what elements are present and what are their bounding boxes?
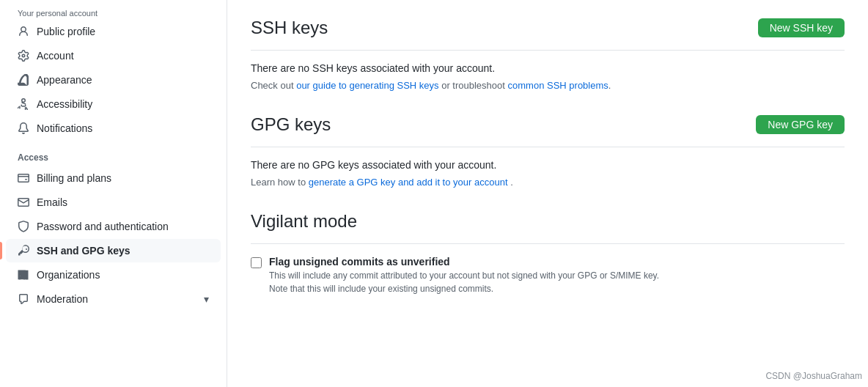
shield-icon	[18, 221, 29, 232]
org-icon	[18, 269, 29, 281]
vigilant-checkbox-label[interactable]: Flag unsigned commits as unverified	[269, 256, 450, 268]
sidebar-item-billing[interactable]: Billing and plans	[6, 166, 221, 190]
ssh-help-prefix: Check out	[251, 80, 296, 91]
sidebar-item-label: Notifications	[37, 122, 92, 134]
ssh-help-suffix: .	[608, 80, 611, 91]
vigilant-mode-section: Vigilant mode Flag unsigned commits as u…	[251, 211, 845, 294]
main-content: SSH keys New SSH key There are no SSH ke…	[227, 0, 868, 387]
sidebar-item-label: Organizations	[37, 269, 100, 281]
gear-icon	[18, 50, 29, 62]
chevron-down-icon: ▾	[204, 293, 209, 305]
gpg-guide-link[interactable]: generate a GPG key and add it to your ac…	[309, 177, 508, 188]
sidebar-item-public-profile[interactable]: Public profile	[6, 20, 221, 43]
ssh-problems-link[interactable]: common SSH problems	[508, 80, 608, 91]
sidebar-item-label: Moderation	[37, 293, 88, 305]
watermark: CSDN @JoshuaGraham	[765, 371, 862, 381]
sidebar-section-access: Access	[0, 141, 227, 166]
sidebar-item-label: SSH and GPG keys	[37, 245, 130, 257]
vigilant-checkbox-desc2: Note that this will include your existin…	[269, 284, 659, 294]
sidebar-item-emails[interactable]: Emails	[6, 191, 221, 214]
vigilant-mode-header: Vigilant mode	[251, 211, 845, 244]
ssh-guide-link[interactable]: our guide to generating SSH keys	[296, 80, 438, 91]
new-ssh-key-button[interactable]: New SSH key	[758, 18, 845, 37]
sidebar-item-label: Appearance	[37, 74, 92, 86]
sidebar-item-label: Password and authentication	[37, 221, 169, 232]
sidebar-item-accessibility[interactable]: Accessibility	[6, 92, 221, 116]
sidebar: Your personal account Public profile Acc…	[0, 0, 227, 387]
sidebar-top-label: Your personal account	[0, 6, 227, 19]
key-icon	[18, 245, 29, 257]
gpg-keys-header: GPG keys New GPG key	[251, 114, 845, 147]
sidebar-item-appearance[interactable]: Appearance	[6, 68, 221, 92]
new-gpg-key-button[interactable]: New GPG key	[756, 115, 845, 134]
gpg-empty-text: There are no GPG keys associated with yo…	[251, 159, 845, 171]
vigilant-checkbox-content: Flag unsigned commits as unverified This…	[269, 256, 659, 294]
gpg-keys-section: GPG keys New GPG key There are no GPG ke…	[251, 114, 845, 188]
paintbrush-icon	[18, 74, 29, 86]
ssh-empty-text: There are no SSH keys associated with yo…	[251, 62, 845, 74]
moderation-icon	[18, 293, 29, 305]
sidebar-item-label: Billing and plans	[37, 172, 111, 184]
bell-icon	[18, 122, 29, 134]
sidebar-item-label: Public profile	[37, 26, 95, 37]
ssh-keys-section: SSH keys New SSH key There are no SSH ke…	[251, 18, 845, 91]
sidebar-item-notifications[interactable]: Notifications	[6, 117, 221, 140]
vigilant-mode-checkbox[interactable]	[251, 257, 262, 268]
gpg-help-prefix: Learn how to	[251, 177, 309, 188]
vigilant-checkbox-desc1: This will include any commit attributed …	[269, 270, 659, 281]
sidebar-item-label: Emails	[37, 196, 67, 208]
sidebar-item-ssh-gpg[interactable]: SSH and GPG keys	[6, 239, 221, 262]
mail-icon	[18, 196, 29, 208]
sidebar-item-moderation[interactable]: Moderation ▾	[6, 287, 221, 311]
gpg-help-suffix: .	[508, 177, 513, 188]
gpg-help-text: Learn how to generate a GPG key and add …	[251, 177, 845, 188]
ssh-help-text: Check out our guide to generating SSH ke…	[251, 80, 845, 91]
sidebar-item-password-auth[interactable]: Password and authentication	[6, 215, 221, 238]
sidebar-item-label: Account	[37, 50, 74, 62]
sidebar-item-organizations[interactable]: Organizations	[6, 263, 221, 287]
sidebar-item-label: Accessibility	[37, 98, 92, 110]
gpg-keys-title: GPG keys	[251, 114, 331, 135]
ssh-help-middle: or troubleshoot	[439, 80, 508, 91]
person-icon	[18, 26, 29, 37]
accessibility-icon	[18, 98, 29, 110]
credit-card-icon	[18, 172, 29, 184]
vigilant-mode-title: Vigilant mode	[251, 211, 357, 232]
vigilant-checkbox-row: Flag unsigned commits as unverified This…	[251, 256, 845, 294]
ssh-keys-header: SSH keys New SSH key	[251, 18, 845, 51]
sidebar-item-account[interactable]: Account	[6, 44, 221, 67]
ssh-keys-title: SSH keys	[251, 18, 328, 38]
